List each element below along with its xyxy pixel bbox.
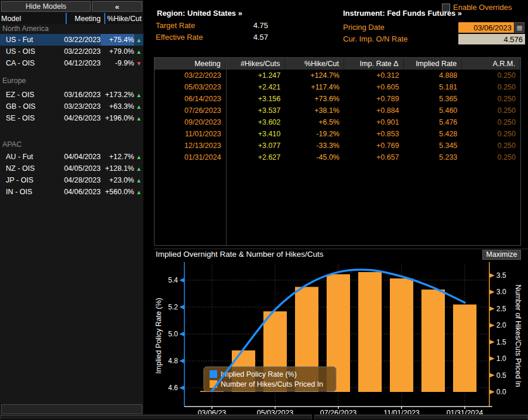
table-column-header[interactable]: #Hikes/Cuts bbox=[226, 58, 286, 70]
sidebar-item-jpois[interactable]: JP - OIS04/28/2023+23.0%▲ bbox=[0, 174, 143, 186]
table-cell: +3.410 bbox=[226, 128, 286, 140]
region-header[interactable]: Region: United States » bbox=[157, 9, 242, 18]
table-row[interactable]: 12/13/2023+3.077-33.3%+0.7695.3450.250 bbox=[155, 140, 520, 152]
table-column-divider[interactable] bbox=[226, 58, 227, 245]
instrument-header[interactable]: Instrument: Fed Funds Futures » bbox=[343, 9, 462, 18]
right-tick-arrow-icon bbox=[489, 307, 495, 311]
table-cell: -33.3% bbox=[285, 140, 344, 152]
hide-models-button[interactable]: Hide Models bbox=[1, 1, 91, 12]
sidebar-item-ezois[interactable]: EZ - OIS03/16/2023+173.2%▲ bbox=[0, 89, 143, 101]
right-tick-arrow-icon bbox=[489, 373, 495, 378]
model-label: CA - OIS bbox=[0, 59, 63, 67]
table-cell: +0.884 bbox=[344, 105, 404, 116]
table-column-header[interactable]: Imp. Rate Δ bbox=[344, 58, 404, 70]
model-label: GB - OIS bbox=[0, 102, 63, 111]
table-column-header[interactable]: A.R.M. bbox=[462, 58, 520, 70]
table-cell: +0.789 bbox=[344, 93, 404, 105]
sidebar-item-seois[interactable]: SE - OIS04/26/2023+196.0%▲ bbox=[0, 112, 143, 124]
table-cell: +73.6% bbox=[285, 93, 344, 105]
sidebar-group-label: APAC bbox=[2, 140, 22, 150]
column-hike-cut: %Hike/Cut bbox=[101, 15, 142, 23]
table-column-header[interactable]: %Hike/Cut bbox=[285, 58, 344, 70]
up-triangle-icon: ▲ bbox=[134, 154, 143, 160]
table-cell: 0.250 bbox=[462, 116, 520, 128]
sidebar-item-gbois[interactable]: GB - OIS03/23/2023+63.3%▲ bbox=[0, 101, 143, 112]
x-axis-tick-label: 07/26/2023 bbox=[320, 409, 357, 414]
pricing-date-input[interactable] bbox=[458, 22, 514, 33]
right-tick-arrow-icon bbox=[489, 340, 495, 345]
meeting-date: 03/22/2023 bbox=[63, 47, 101, 56]
table-cell: 5.460 bbox=[404, 105, 462, 116]
hikes-cuts-bar bbox=[390, 278, 413, 392]
sidebar-item-inois[interactable]: IN - OIS04/06/2023+560.0%▲ bbox=[0, 186, 143, 198]
right-axis-tick-label: 2.5 bbox=[496, 305, 506, 313]
x-axis-tick-label: 05/03/2023 bbox=[257, 409, 294, 414]
meeting-date: 03/22/2023 bbox=[63, 36, 101, 44]
table-cell: +3.156 bbox=[226, 93, 286, 105]
left-axis-tick-label: 4.6 bbox=[168, 384, 178, 392]
right-tick-arrow-icon bbox=[489, 356, 495, 361]
table-row[interactable]: 05/03/2023+2.421+117.4%+0.6055.1810.250 bbox=[155, 81, 520, 93]
up-triangle-icon: ▲ bbox=[134, 92, 143, 98]
right-axis-tick-label: 2.0 bbox=[496, 321, 506, 329]
table-column-header[interactable]: Meeting bbox=[155, 58, 226, 70]
sidebar-item-usois[interactable]: US - OIS03/22/2023+79.0%▲ bbox=[0, 46, 143, 57]
cur-imp-on-rate-input[interactable] bbox=[458, 34, 525, 44]
table-row[interactable]: 03/22/2023+1.247+124.7%+0.3124.8880.250 bbox=[155, 70, 520, 81]
table-row[interactable]: 06/14/2023+3.156+73.6%+0.7895.3650.250 bbox=[155, 93, 520, 105]
up-triangle-icon: ▲ bbox=[134, 49, 143, 55]
table-row[interactable]: 09/20/2023+3.602+6.5%+0.9015.4760.250 bbox=[155, 116, 520, 128]
model-label: SE - OIS bbox=[0, 114, 63, 122]
effective-rate-value: 4.57 bbox=[217, 33, 268, 42]
meetings-table: Meeting#Hikes/Cuts%Hike/CutImp. Rate ΔIm… bbox=[154, 57, 521, 246]
sidebar-footer-box bbox=[1, 404, 142, 414]
table-cell: 0.250 bbox=[462, 81, 520, 93]
model-label: IN - OIS bbox=[0, 188, 63, 196]
calendar-icon[interactable]: ▦ bbox=[515, 22, 524, 33]
left-axis-tick-label: 4.8 bbox=[168, 357, 178, 365]
sidebar-item-caois[interactable]: CA - OIS04/12/2023-9.9%▼ bbox=[0, 57, 143, 69]
right-axis-tick-label: 3.5 bbox=[496, 271, 506, 280]
hike-cut-pct: +196.0% bbox=[101, 112, 134, 124]
sidebar-item-usfut[interactable]: US - Fut03/22/2023+75.4%▲ bbox=[0, 34, 143, 46]
sidebar-item-nzois[interactable]: NZ - OIS04/05/2023+128.1%▲ bbox=[0, 163, 143, 174]
right-tick-arrow-icon bbox=[489, 273, 495, 278]
table-cell: 09/20/2023 bbox=[155, 116, 226, 128]
sidebar-item-aufut[interactable]: AU - Fut04/04/2023+12.7%▲ bbox=[0, 151, 143, 163]
hike-cut-pct: +560.0% bbox=[101, 186, 134, 198]
meeting-date: 04/04/2023 bbox=[63, 153, 101, 161]
legend-label-bar: Number of Hikes/Cuts Priced In bbox=[221, 380, 323, 388]
table-cell: +2.421 bbox=[226, 81, 286, 93]
table-column-header[interactable]: Implied Rate bbox=[404, 58, 462, 70]
bottom-splitter-right[interactable] bbox=[314, 415, 528, 419]
table-cell: +38.1% bbox=[285, 105, 344, 116]
table-cell: -19.2% bbox=[285, 128, 344, 140]
hike-cut-pct: +12.7% bbox=[101, 151, 134, 163]
table-cell: 5.428 bbox=[404, 128, 462, 140]
table-cell: +3.537 bbox=[226, 105, 286, 116]
hike-cut-pct: +173.2% bbox=[101, 89, 134, 101]
table-row[interactable]: 11/01/2023+3.410-19.2%+0.8535.4280.250 bbox=[155, 128, 520, 140]
left-tick-arrow-icon bbox=[179, 385, 184, 390]
maximize-button[interactable]: Maximize bbox=[482, 250, 521, 260]
model-label: US - Fut bbox=[0, 36, 63, 44]
chart-panel-header: Implied Overnight Rate & Number of Hikes… bbox=[154, 249, 528, 259]
sidebar-column-headers: Model Meeting %Hike/Cut bbox=[0, 13, 143, 24]
model-label: JP - OIS bbox=[0, 176, 63, 184]
right-axis-tick-label: 0.5 bbox=[496, 371, 506, 380]
table-row[interactable]: 07/26/2023+3.537+38.1%+0.8845.4600.250 bbox=[155, 105, 520, 116]
bottom-splitter-left[interactable] bbox=[0, 415, 312, 419]
collapse-panel-button[interactable]: « bbox=[92, 1, 142, 12]
right-axis-tick-label: 3.0 bbox=[496, 288, 506, 296]
table-cell: +1.247 bbox=[226, 70, 286, 81]
table-cell: 0.250 bbox=[462, 140, 520, 152]
wirp-window: Hide Models « Model Meeting %Hike/Cut No… bbox=[0, 0, 528, 420]
table-cell: +0.901 bbox=[344, 116, 404, 128]
table-cell: 0.250 bbox=[462, 128, 520, 140]
header-separator bbox=[104, 13, 105, 24]
meeting-date: 03/23/2023 bbox=[63, 102, 101, 111]
table-cell: +3.602 bbox=[226, 116, 286, 128]
x-axis-tick-label: 01/31/2024 bbox=[447, 409, 484, 414]
table-row[interactable]: 01/31/2024+2.627-45.0%+0.6575.2330.250 bbox=[155, 152, 520, 163]
region-label: Region: bbox=[157, 9, 185, 18]
